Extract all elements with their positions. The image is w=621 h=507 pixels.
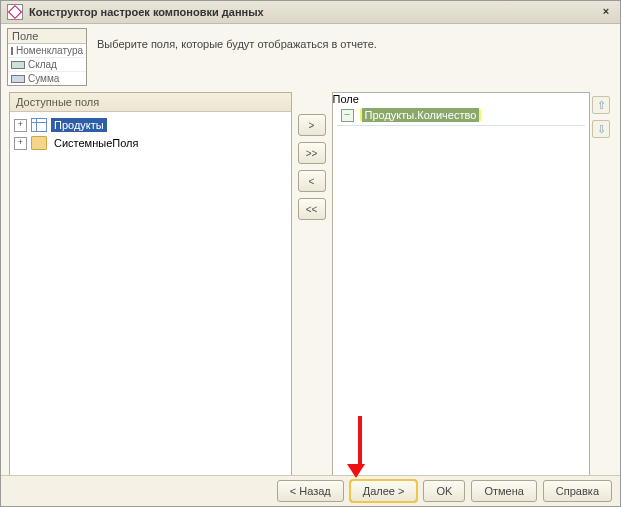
- legend-label: Сумма: [28, 73, 59, 84]
- available-fields-header: Доступные поля: [10, 93, 291, 112]
- legend-item: Номенклатура: [8, 44, 86, 58]
- transfer-buttons: > >> < <<: [292, 92, 332, 478]
- legend-swatch-icon: [11, 75, 25, 83]
- dialog-window: Конструктор настроек компоновки данных ×…: [0, 0, 621, 507]
- footer-bar: < Назад Далее > OK Отмена Справка: [1, 475, 620, 506]
- move-down-button[interactable]: ⇩: [592, 120, 610, 138]
- selected-fields-header: Поле: [333, 93, 590, 105]
- legend-swatch-icon: [11, 47, 13, 55]
- instruction-text: Выберите поля, которые будут отображатьс…: [87, 28, 377, 50]
- title-bar: Конструктор настроек компоновки данных ×: [1, 1, 620, 24]
- selected-fields-list[interactable]: – Продукты.Количество: [333, 105, 590, 126]
- next-button[interactable]: Далее >: [350, 480, 418, 502]
- cancel-button[interactable]: Отмена: [471, 480, 536, 502]
- list-item[interactable]: – Продукты.Количество: [333, 105, 590, 125]
- expand-icon[interactable]: +: [14, 119, 27, 132]
- available-fields-panel: Доступные поля + Продукты + СистемныеПол…: [9, 92, 292, 478]
- collapse-icon[interactable]: –: [341, 109, 354, 122]
- app-icon: [7, 4, 23, 20]
- help-button[interactable]: Справка: [543, 480, 612, 502]
- tree-node[interactable]: + Продукты: [12, 116, 289, 134]
- field-legend: Поле Номенклатура Склад Сумма: [7, 28, 87, 86]
- add-all-button[interactable]: >>: [298, 142, 326, 164]
- legend-label: Склад: [28, 59, 57, 70]
- selected-fields-panel: Поле – Продукты.Количество: [332, 92, 591, 478]
- remove-all-button[interactable]: <<: [298, 198, 326, 220]
- tree-node-label[interactable]: СистемныеПоля: [51, 136, 141, 150]
- remove-button[interactable]: <: [298, 170, 326, 192]
- legend-item: Склад: [8, 58, 86, 72]
- selected-field-label[interactable]: Продукты.Количество: [362, 108, 480, 122]
- expand-icon[interactable]: +: [14, 137, 27, 150]
- add-button[interactable]: >: [298, 114, 326, 136]
- top-row: Поле Номенклатура Склад Сумма Выберите п…: [1, 24, 620, 88]
- window-title: Конструктор настроек компоновки данных: [29, 6, 264, 18]
- tree-node-label[interactable]: Продукты: [51, 118, 107, 132]
- table-icon: [31, 118, 47, 132]
- main-body: Доступные поля + Продукты + СистемныеПол…: [1, 88, 620, 486]
- tree-node[interactable]: + СистемныеПоля: [12, 134, 289, 152]
- row-divider: [337, 125, 586, 126]
- move-up-button[interactable]: ⇧: [592, 96, 610, 114]
- available-fields-tree[interactable]: + Продукты + СистемныеПоля: [10, 112, 291, 477]
- legend-item: Сумма: [8, 72, 86, 85]
- legend-swatch-icon: [11, 61, 25, 69]
- folder-icon: [31, 136, 47, 150]
- reorder-arrows: ⇧ ⇩: [590, 92, 612, 478]
- legend-header: Поле: [8, 29, 86, 44]
- selected-fields-area: Поле – Продукты.Количество ⇧ ⇩: [332, 92, 613, 478]
- back-button[interactable]: < Назад: [277, 480, 344, 502]
- legend-label: Номенклатура: [16, 45, 83, 56]
- ok-button[interactable]: OK: [423, 480, 465, 502]
- close-icon[interactable]: ×: [598, 4, 614, 20]
- highlight: Продукты.Количество: [360, 109, 482, 121]
